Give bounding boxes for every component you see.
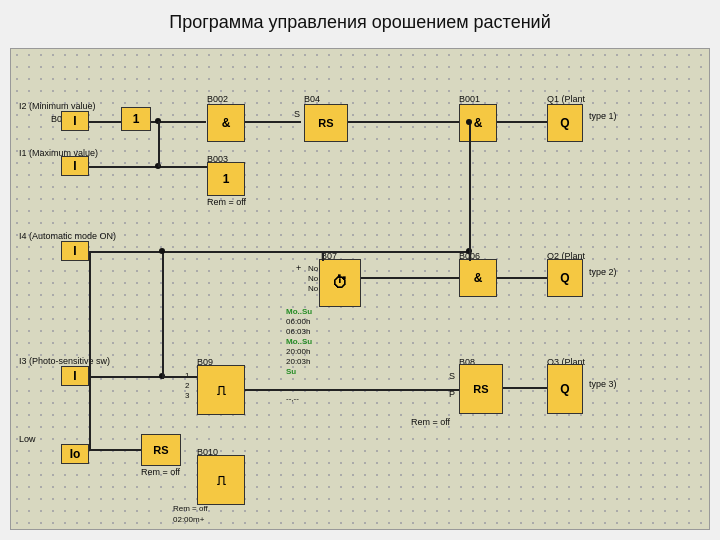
block-i4: I: [61, 241, 89, 261]
wire-v-b07-top: [322, 251, 324, 261]
label-schedule-1: Mo..Su: [286, 307, 312, 316]
label-b002: B002: [207, 94, 228, 104]
wire-b04-b001: [348, 121, 460, 123]
page-container: Программа управления орошением растений …: [0, 0, 720, 540]
block-q3: Q: [547, 364, 583, 414]
label-i2: I2 (Minimum value): [19, 101, 96, 111]
label-time-b010: 02:00m+: [173, 515, 204, 524]
block-b010: ⎍: [197, 455, 245, 505]
label-plus: +: [296, 263, 301, 273]
block-q1: Q: [547, 104, 583, 142]
block-b002: &: [207, 104, 245, 142]
label-schedule-4: Mo..Su: [286, 337, 312, 346]
label-schedule-8: --,--: [286, 394, 299, 403]
label-rem-off-low: Rem = off: [141, 467, 180, 477]
label-schedule-7: Su: [286, 367, 296, 376]
wire-b001-q1: [497, 121, 547, 123]
label-type1: type 1): [589, 111, 617, 121]
block-i1: I: [61, 156, 89, 176]
label-schedule-3: 06:03h: [286, 327, 310, 336]
block-rs-low: RS: [141, 434, 181, 466]
wire-low-rs: [89, 449, 141, 451]
block-i3: I: [61, 366, 89, 386]
wire-i2-b002: [89, 121, 121, 123]
label-type2: type 2): [589, 267, 617, 277]
wire-i3-b09: [162, 376, 197, 378]
label-low: Low: [19, 434, 36, 444]
block-b003: 1: [207, 162, 245, 196]
label-p-b08: P: [449, 389, 455, 399]
wire-i1-b002: [89, 166, 207, 168]
block-b04: RS: [304, 104, 348, 142]
wire-i4-long: [89, 251, 469, 253]
wire-b08-q3: [503, 387, 547, 389]
block-b006: &: [459, 259, 497, 297]
diagram-area: I2 (Minimum value) B005 I 1 B002 & I1 (M…: [10, 48, 710, 530]
block-b001: &: [459, 104, 497, 142]
dot-5: [466, 119, 472, 125]
block-b09: ⎍: [197, 365, 245, 415]
wire-b07-b006: [361, 277, 459, 279]
label-schedule-6: 20:03h: [286, 357, 310, 366]
label-b001: B001: [459, 94, 480, 104]
label-q1: Q1 (Plant: [547, 94, 585, 104]
label-s-b08: S: [449, 371, 455, 381]
wire-b002-b04: [245, 121, 301, 123]
block-low: Io: [61, 444, 89, 464]
label-b04: B04: [304, 94, 320, 104]
label-b09-2: 2: [185, 381, 189, 390]
label-rem-off1: Rem = off: [207, 197, 246, 207]
label-s1: S: [294, 109, 300, 119]
block-b08: RS: [459, 364, 503, 414]
label-type3: type 3): [589, 379, 617, 389]
wire-v-i4-low: [89, 251, 91, 449]
page-title: Программа управления орошением растений: [0, 0, 720, 41]
block-i2: I: [61, 111, 89, 131]
label-i3: I3 (Photo-sensitive sw): [19, 356, 110, 366]
wire-v1: [158, 121, 160, 167]
block-q2: Q: [547, 259, 583, 297]
label-i4: I4 (Automatic mode ON): [19, 231, 116, 241]
block-b07: ⏱: [319, 259, 361, 307]
block-val1: 1: [121, 107, 151, 131]
label-rem-off-b08: Rem = off: [411, 417, 450, 427]
label-schedule-5: 20:00h: [286, 347, 310, 356]
wire-b006-q2: [497, 277, 547, 279]
label-b09-3: 3: [185, 391, 189, 400]
wire-b09-b08: [245, 389, 459, 391]
label-schedule-2: 06:00h: [286, 317, 310, 326]
wire-v-b001-b006: [469, 121, 471, 261]
label-rem-off-b010: Rem = off: [173, 504, 208, 513]
dot-6: [159, 248, 165, 254]
wire-v-i3-b09: [162, 251, 164, 379]
